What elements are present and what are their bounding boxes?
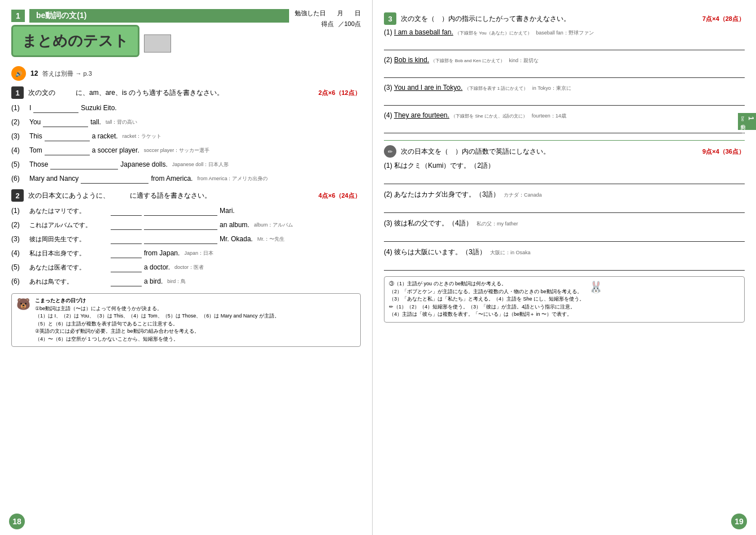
s4-hint-3: 私の父：my father <box>477 221 518 227</box>
notes-icon-right: 🐰 <box>589 280 603 319</box>
s1-hint-2: tall：背の高い <box>106 119 138 126</box>
s4-item-1: (1) 私はクミ（Kumi）です。（2語） <box>384 161 745 184</box>
section3-instruction: 次の文を（ ）内の指示にしたがって書きかえなさい。 <box>401 14 702 24</box>
s2-input1a-3[interactable] <box>111 234 142 244</box>
day-label: 日 <box>355 9 361 18</box>
s2-num-2: (2) <box>11 221 27 229</box>
section1-header: 1 次の文の に、am、are、is のうち適する語を書きなさい。 2点×6（1… <box>11 86 361 99</box>
worksheet-page: 1 be動詞の文(1) まとめのテスト 勉強した日 月 日 得点 ／100点 <box>0 0 756 535</box>
s2-jp-5: あなたは医者です。 <box>29 263 108 272</box>
s1-post-2: tall. <box>90 118 101 126</box>
s2-input1b-2[interactable] <box>144 220 217 230</box>
section2-points: 4点×6（24点） <box>318 192 361 200</box>
right-tab: 1 be動詞の文 <box>738 113 756 130</box>
s2-hint-4: Japan：日本 <box>184 250 213 257</box>
s4-answer-line-3[interactable] <box>384 230 745 242</box>
s4-hint-2: カナダ：Canada <box>504 192 542 198</box>
study-date-label: 勉強した日 <box>295 9 326 18</box>
notes-content-left: こまったときの日ヅけ ①be動詞は主語（〜は）によって何を使うかが決まる。（1）… <box>35 297 279 343</box>
s3-item-4: (4) They are fourteen. （下線部を She にかえ、2語の… <box>384 111 745 133</box>
s3-num-2: (2) <box>384 56 392 64</box>
s1-input-6[interactable] <box>81 173 148 184</box>
section4-instruction: 次の日本文を（ ）内の語数で英語にしなさい。 <box>401 147 702 156</box>
s2-jp-2: これはアルバムです。 <box>29 221 108 229</box>
study-date-row: 勉強した日 月 日 <box>295 9 361 18</box>
s2-input1a-5[interactable] <box>111 262 142 272</box>
section4-icon: ✏ <box>384 145 396 158</box>
s4-q-row-1: (1) 私はクミ（Kumi）です。（2語） <box>384 161 745 171</box>
s4-num-4: (4) <box>384 248 392 256</box>
s2-item-4: (4) 私は日本出身です。 from Japan. Japan：日本 <box>11 248 361 258</box>
s2-item-1: (1) あなたはマリです。 Mari. <box>11 206 361 216</box>
s1-num-6: (6) <box>11 175 27 182</box>
s3-sent-3: You and I are in Tokyo. <box>394 84 462 92</box>
s2-input1a-2[interactable] <box>111 220 142 230</box>
s2-input1a-6[interactable] <box>111 276 142 286</box>
s3-q-row-1: (1) I am a baseball fan. （下線部を You（あなた）に… <box>384 28 745 37</box>
s2-item-3: (3) 彼は岡田先生です。 Mr. Okada. Mr.：〜先生 <box>11 234 361 244</box>
right-tab-num: 1 <box>746 116 755 127</box>
page-num-left: 18 <box>9 514 25 529</box>
s2-post-4: from Japan. <box>144 249 180 257</box>
s1-input-3[interactable] <box>45 131 90 141</box>
s3-answer-line-2[interactable] <box>384 67 745 78</box>
s2-input1a-1[interactable] <box>111 206 142 216</box>
section3-header: 3 次の文を（ ）内の指示にしたがって書きかえなさい。 7点×4（28点） <box>384 12 745 25</box>
s2-input1b-1[interactable] <box>144 206 217 216</box>
s3-q-row-2: (2) Bob is kind. （下線部を Bob and Ken にかえて）… <box>384 56 745 64</box>
s3-sent-2: Bob is kind. <box>394 56 429 64</box>
s3-sent-4: They are fourteen. <box>394 111 449 119</box>
s3-hint-3: in Tokyo：東京に <box>532 85 571 91</box>
notes-content-right: ③（1）主語が you のときの be動詞は何か考える。（2）「ボブとケン」が主… <box>389 280 584 319</box>
chapter-num-badge: 1 <box>11 10 25 22</box>
answer-note-text: 答えは別冊 → p.3 <box>42 70 91 77</box>
s2-jp-4: 私は日本出身です。 <box>29 249 108 258</box>
s4-answer-line-2[interactable] <box>384 202 745 213</box>
s1-pre-6: Mary and Nancy <box>29 175 78 182</box>
study-info: 勉強した日 月 日 得点 ／100点 <box>295 9 361 28</box>
s1-item-5: (5) Those Japanese dolls. Japanese doll：… <box>11 159 361 169</box>
s4-answer-line-4[interactable] <box>384 259 745 271</box>
s3-item-1: (1) I am a baseball fan. （下線部を You（あなた）に… <box>384 28 745 50</box>
s4-jp-2: あなたはカナダ出身です。（3語） <box>394 190 500 198</box>
s2-jp-1: あなたはマリです。 <box>29 207 108 215</box>
chapter-header: 1 be動詞の文(1) まとめのテスト 勉強した日 月 日 得点 ／100点 <box>11 9 361 62</box>
section4-header: ✏ 次の日本文を（ ）内の語数で英語にしなさい。 9点×4（36点） <box>384 145 745 158</box>
s3-answer-line-3[interactable] <box>384 94 745 106</box>
s1-input-5[interactable] <box>50 159 118 169</box>
audio-badge: 🔊 <box>11 66 26 81</box>
s2-input1b-3[interactable] <box>144 234 217 244</box>
s2-item-5: (5) あなたは医者です。 a doctor. doctor：医者 <box>11 262 361 272</box>
s1-input-1[interactable] <box>33 103 78 113</box>
s1-hint-5: Japanese doll：日本人形 <box>172 161 229 168</box>
notes-icon-left: 🐻 <box>16 297 30 311</box>
s1-num-2: (2) <box>11 118 27 126</box>
s1-post-6: from America. <box>151 175 193 182</box>
s3-num-1: (1) <box>384 28 392 36</box>
s1-item-4: (4) Tom a soccer player. soccer player：サ… <box>11 145 361 155</box>
s3-answer-line-4[interactable] <box>384 122 745 133</box>
section1-num: 1 <box>11 86 24 99</box>
s4-jp-1: 私はクミ（Kumi）です。（2語） <box>394 162 495 169</box>
chapter-title: be動詞の文(1) <box>29 9 289 23</box>
s4-item-4: (4) 彼らは大阪にいます。（3語） 大阪に：in Osaka <box>384 247 745 271</box>
s1-input-2[interactable] <box>43 117 88 127</box>
s2-hint-5: doctor：医者 <box>174 264 204 271</box>
s2-jp-3: 彼は岡田先生です。 <box>29 235 108 243</box>
s3-num-3: (3) <box>384 84 392 92</box>
s1-post-4: a soccer player. <box>92 146 139 154</box>
s1-pre-5: Those <box>29 160 48 168</box>
s1-hint-4: soccer player：サッカー選手 <box>144 147 210 154</box>
s2-input1a-4[interactable] <box>111 248 142 258</box>
s1-post-3: a racket. <box>92 132 118 140</box>
s1-input-4[interactable] <box>45 145 90 155</box>
s1-item-2: (2) You tall. tall：背の高い <box>11 117 361 127</box>
notes-text-right: ③（1）主語が you のときの be動詞は何か考える。（2）「ボブとケン」が主… <box>389 281 584 317</box>
s4-num-2: (2) <box>384 190 392 198</box>
s1-hint-3: racket：ラケット <box>123 133 162 140</box>
score-label: 得点 <box>321 20 334 28</box>
s3-answer-line-1[interactable] <box>384 39 745 50</box>
s4-answer-line-1[interactable] <box>384 173 745 184</box>
section3-points: 7点×4（28点） <box>702 15 745 23</box>
s4-hint-4: 大阪に：in Osaka <box>490 250 531 255</box>
